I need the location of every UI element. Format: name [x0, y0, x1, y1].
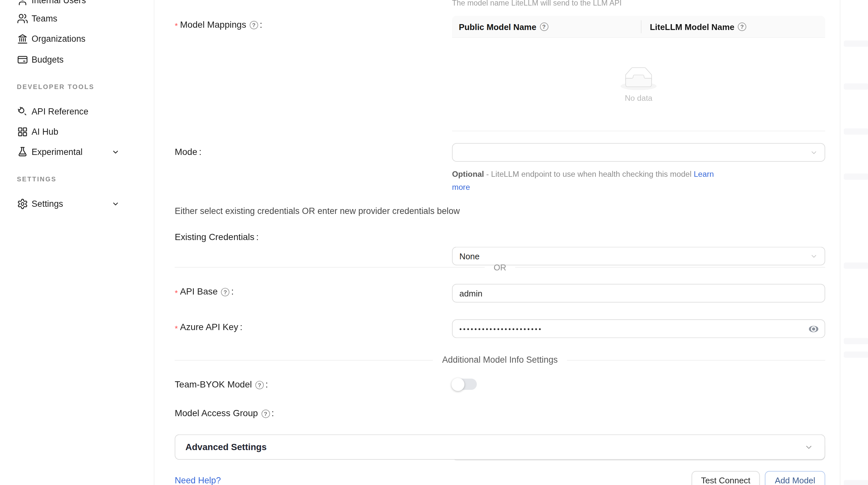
empty-box-icon — [621, 67, 657, 90]
mode-helper-text: Optional - LiteLLM endpoint to use when … — [452, 168, 718, 194]
sidebar-item-label: Organizations — [32, 34, 86, 44]
sidebar-item-ai-hub[interactable]: AI Hub — [0, 122, 154, 141]
toggle-knob — [452, 378, 465, 391]
grid-icon — [17, 126, 28, 138]
chevron-down-icon — [810, 252, 818, 260]
help-icon[interactable] — [540, 23, 548, 31]
advanced-settings-title: Advanced Settings — [185, 442, 267, 452]
sidebar-item-label: AI Hub — [32, 127, 58, 137]
advanced-settings-panel[interactable]: Advanced Settings — [175, 434, 825, 460]
help-icon[interactable] — [261, 410, 270, 418]
model-mappings-label: * Model Mappings : — [175, 20, 262, 30]
azure-api-key-label: * Azure API Key : — [175, 322, 242, 332]
table-header: Public Model Name LiteLLM Model Name — [452, 15, 825, 37]
sidebar-item-label: Internal Users — [32, 0, 86, 5]
landmark-icon — [17, 33, 28, 45]
chevron-down-icon — [810, 149, 818, 156]
need-help-link[interactable]: Need Help? — [175, 476, 221, 485]
add-model-button[interactable]: Add Model — [765, 471, 825, 485]
sidebar-item-label: Budgets — [32, 55, 64, 65]
credentials-note: Either select existing credentials OR en… — [175, 206, 460, 216]
litellm-model-name-note: The model name LiteLLM will send to the … — [452, 0, 622, 7]
sidebar-item-api-reference[interactable]: API Reference — [0, 102, 154, 121]
sidebar-item-label: Teams — [32, 13, 57, 24]
credit-card-icon — [17, 54, 28, 66]
sidebar-item-budgets[interactable]: Budgets — [0, 50, 154, 69]
sidebar-item-label: API Reference — [32, 106, 88, 117]
sidebar-item-teams[interactable]: Teams — [0, 9, 154, 28]
column-public-model-name: Public Model Name — [452, 15, 641, 37]
azure-api-key-input[interactable] — [452, 319, 825, 338]
sidebar-item-label: Experimental — [32, 147, 83, 157]
help-icon[interactable] — [221, 288, 229, 296]
flask-icon — [17, 147, 28, 158]
sidebar-item-organizations[interactable]: Organizations — [0, 29, 154, 48]
sidebar-item-settings[interactable]: Settings — [0, 194, 154, 214]
user-icon — [17, 0, 28, 6]
help-icon[interactable] — [250, 21, 258, 29]
or-divider: OR — [175, 263, 825, 272]
sidebar-item-label: Settings — [32, 199, 63, 209]
mode-select[interactable] — [452, 143, 825, 162]
existing-credentials-label: Existing Credentials : — [175, 232, 258, 243]
model-access-group-label: Model Access Group : — [175, 408, 274, 418]
app-viewport: Internal Users Teams Organizations Budge… — [0, 0, 868, 485]
api-base-label: * API Base : — [175, 287, 234, 297]
help-icon[interactable] — [255, 381, 264, 389]
required-asterisk: * — [175, 324, 178, 333]
page-background-strip — [840, 0, 868, 485]
empty-state: No data — [452, 38, 825, 131]
column-litellm-model-name: LiteLLM Model Name — [641, 15, 825, 37]
required-asterisk: * — [175, 288, 178, 297]
required-asterisk: * — [175, 22, 178, 31]
chevron-down-icon — [804, 443, 813, 452]
mode-label: Mode : — [175, 147, 202, 157]
gear-icon — [17, 198, 28, 210]
sidebar-section-settings: SETTINGS — [17, 176, 57, 183]
selected-value: None — [453, 251, 480, 261]
chevron-down-icon — [112, 148, 119, 156]
no-data-text: No data — [625, 93, 653, 102]
team-byok-toggle[interactable] — [452, 379, 477, 390]
chevron-down-icon — [112, 200, 119, 208]
eye-icon[interactable] — [808, 323, 819, 335]
api-base-input[interactable] — [452, 284, 825, 303]
help-icon[interactable] — [738, 23, 746, 31]
sidebar-section-developer-tools: DEVELOPER TOOLS — [17, 84, 95, 90]
plug-icon — [17, 106, 28, 118]
test-connect-button[interactable]: Test Connect — [691, 471, 760, 485]
additional-model-info-divider: Additional Model Info Settings — [175, 355, 825, 365]
sidebar-item-internal-users[interactable]: Internal Users — [0, 0, 154, 10]
sidebar-item-experimental[interactable]: Experimental — [0, 142, 154, 162]
add-model-form: The model name LiteLLM will send to the … — [154, 0, 840, 485]
team-byok-label: Team-BYOK Model : — [175, 380, 268, 390]
sidebar: Internal Users Teams Organizations Budge… — [0, 0, 154, 485]
model-mappings-table: Public Model Name LiteLLM Model Name No … — [452, 15, 825, 131]
users-icon — [17, 13, 28, 25]
